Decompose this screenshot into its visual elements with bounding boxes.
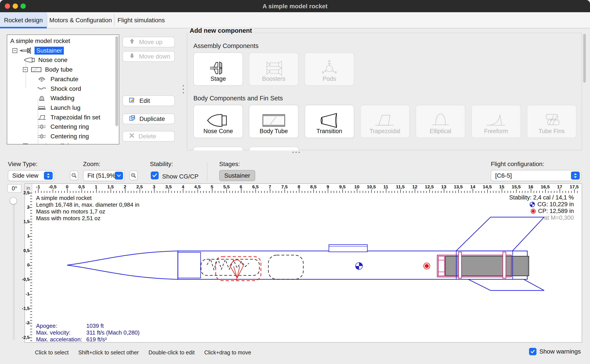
add-body-tube-card[interactable]: Body Tube xyxy=(249,105,299,138)
magnifier-plus-icon xyxy=(131,173,136,178)
stepper-icon xyxy=(44,172,53,180)
vertical-ruler: -2,5-2-1,5-1-0,500,511,522,5 xyxy=(25,193,32,343)
add-pods-card[interactable]: Pods xyxy=(305,52,354,86)
tree-row-parachute[interactable]: Parachute xyxy=(7,74,119,84)
titlebar: A simple model rocket xyxy=(0,0,590,12)
show-warnings-checkbox[interactable] xyxy=(529,348,536,355)
cp-legend-row: CP: 12,589 in xyxy=(509,208,574,214)
rocket-info-block: A simple model rocketLength 16,748 in, m… xyxy=(36,195,139,222)
add-elliptical-card[interactable]: Elliptical xyxy=(416,105,465,138)
partial-card[interactable] xyxy=(249,147,299,150)
delete-icon xyxy=(129,133,135,140)
show-warnings-control: Show warnings xyxy=(529,348,581,355)
rotation-slider-track[interactable] xyxy=(13,200,15,340)
motor[interactable] xyxy=(445,256,529,276)
freeform-icon xyxy=(472,110,521,130)
tab-motors-configuration[interactable]: Motors & Configuration xyxy=(47,12,114,28)
tree-row-wadding[interactable]: Wadding xyxy=(7,93,119,103)
tree-row-label: Sustainer xyxy=(34,47,64,55)
tree-row-trapezoidal-fin-set[interactable]: Trapezoidal fin set xyxy=(7,113,119,122)
tree-row-label: Inner Tube xyxy=(45,143,74,144)
show-cgcp-label: Show CG/CP xyxy=(162,173,199,180)
flight-configuration-select[interactable]: [C6-5] xyxy=(491,170,581,181)
flight-data-row: Apogee:1039 ft xyxy=(36,323,140,329)
panel-divider-handle[interactable] xyxy=(183,85,184,93)
add-freeform-card[interactable]: Freeform xyxy=(471,105,521,138)
view-type-select[interactable]: Side view xyxy=(8,170,54,181)
tree-row-shock-cord[interactable]: Shock cord xyxy=(7,84,119,94)
tree-row-label: Nose cone xyxy=(38,57,67,64)
tree-row-body-tube[interactable]: Body tube xyxy=(7,65,119,74)
tab-flight-simulations[interactable]: Flight simulations xyxy=(114,12,168,28)
centering-ring-aft[interactable] xyxy=(503,252,506,278)
centering-ring-forward[interactable] xyxy=(458,252,462,278)
control-divider xyxy=(207,162,207,181)
zoom-in-button[interactable] xyxy=(129,171,138,180)
tree-row-label: Shock cord xyxy=(50,85,81,92)
nosecone-icon xyxy=(23,56,36,64)
tree-row-nose-cone[interactable]: Nose cone xyxy=(7,55,119,65)
tree-row-label: Centering ring xyxy=(50,123,89,130)
tab-rocket-design[interactable]: Rocket design xyxy=(0,12,47,28)
add-transition-card[interactable]: Transition xyxy=(305,105,354,138)
tree-row-inner-tube[interactable]: Inner Tube xyxy=(7,141,119,144)
move-down-button[interactable]: Move down xyxy=(122,51,175,62)
section-heading: Assembly Components xyxy=(193,42,259,50)
edit-icon xyxy=(129,97,135,105)
tree-row-label: Wadding xyxy=(50,95,74,102)
partial-card[interactable] xyxy=(193,147,243,150)
cg-marker xyxy=(355,262,362,269)
stepper-icon xyxy=(571,171,580,180)
tree-row-label: Launch lug xyxy=(50,104,80,111)
cg-value: CG: 10,229 in xyxy=(537,201,574,208)
tree-row-centering-ring[interactable]: Centering ring xyxy=(7,132,119,141)
tree-row-sustainer[interactable]: Sustainer xyxy=(7,46,119,55)
mach-condition: at M=0,300 xyxy=(509,214,574,221)
component-tree[interactable]: A simple model rocketSustainerNose coneB… xyxy=(7,34,119,144)
rocket-info-line: Mass with motors 2,51 oz xyxy=(36,215,139,222)
fin-upper[interactable] xyxy=(456,217,544,251)
launch-lug[interactable] xyxy=(329,245,367,252)
add-trapezoidal-card[interactable]: Trapezoidal xyxy=(360,105,410,138)
tree-row-launch-lug[interactable]: Launch lug xyxy=(7,103,119,113)
rocket-info-line: A simple model rocket xyxy=(36,195,139,202)
rotation-slider-thumb[interactable] xyxy=(10,197,17,204)
add-boosters-card[interactable]: Boosters xyxy=(249,52,299,86)
view-type-label: View Type: xyxy=(8,161,38,168)
flight-data-row: Max. acceleration:619 ft/s² xyxy=(36,336,140,343)
hint-text: Double-click to edit xyxy=(148,349,194,356)
add-stage-card[interactable]: Stage xyxy=(193,52,243,86)
add-nose-cone-card[interactable]: Nose Cone xyxy=(193,105,243,138)
delete-button[interactable]: Delete xyxy=(122,131,175,142)
add-tube-fins-card[interactable]: Tube Fins xyxy=(527,105,577,138)
duplicate-icon xyxy=(129,115,135,123)
rocket-drawing-panel[interactable]: in -1-0,500,511,522,533,544,555,566,577,… xyxy=(25,183,582,343)
show-cgcp-checkbox[interactable] xyxy=(151,171,159,179)
boosters-icon xyxy=(249,58,298,78)
horizontal-ruler: -1-0,500,511,522,533,544,555,566,577,588… xyxy=(32,184,582,193)
tree-scrollbar-thumb[interactable] xyxy=(115,36,118,126)
rocket-info-line: Length 16,748 in, max. diameter 0,984 in xyxy=(36,202,139,208)
chevron-down-icon xyxy=(115,172,123,180)
centerring-icon xyxy=(35,123,48,131)
tree-row-a-simple-model-rocket[interactable]: A simple model rocket xyxy=(7,36,119,46)
tree-expander-icon[interactable] xyxy=(23,143,28,144)
tree-expander-icon[interactable] xyxy=(23,67,28,72)
centerring-icon xyxy=(35,132,48,140)
edit-button[interactable]: Edit xyxy=(122,95,175,106)
magnifier-minus-icon xyxy=(71,173,77,178)
bottom-divider-handle[interactable] xyxy=(292,152,300,153)
pods-icon xyxy=(305,58,354,78)
tree-row-centering-ring[interactable]: Centering ring xyxy=(7,122,119,132)
zoom-out-button[interactable] xyxy=(70,171,78,180)
stage-toggle-button[interactable]: Sustainer xyxy=(219,170,255,181)
arrow-down-icon xyxy=(129,52,135,60)
duplicate-button[interactable]: Duplicate xyxy=(122,113,175,124)
nose-cone-outline[interactable] xyxy=(67,251,178,279)
tubefins-icon xyxy=(527,110,576,130)
tree-expander-icon[interactable] xyxy=(13,48,17,53)
zoom-select[interactable]: Fit (51,9%) xyxy=(83,170,125,181)
move-up-button[interactable]: Move up xyxy=(122,37,175,47)
elliptical-icon xyxy=(416,110,465,130)
add-panel-scrollbar-thumb[interactable] xyxy=(583,34,586,83)
